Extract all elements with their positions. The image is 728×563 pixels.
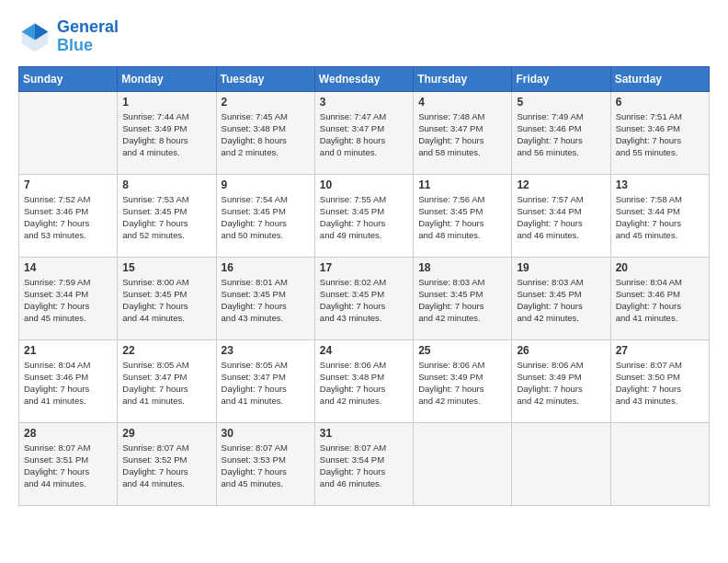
day-number: 8: [122, 178, 210, 191]
cell-info: Sunrise: 8:00 AMSunset: 3:45 PMDaylight:…: [122, 276, 210, 325]
cell-info: Sunrise: 7:55 AMSunset: 3:45 PMDaylight:…: [320, 193, 408, 242]
day-number: 18: [418, 261, 506, 274]
day-number: 4: [418, 96, 506, 109]
cell-info: Sunrise: 8:07 AMSunset: 3:54 PMDaylight:…: [320, 442, 408, 490]
cell-info: Sunrise: 7:59 AMSunset: 3:44 PMDaylight:…: [24, 276, 112, 325]
cell-info: Sunrise: 8:06 AMSunset: 3:49 PMDaylight:…: [517, 359, 605, 408]
calendar-cell: 2Sunrise: 7:45 AMSunset: 3:48 PMDaylight…: [216, 91, 314, 174]
day-number: 14: [24, 261, 112, 274]
day-number: 29: [122, 427, 210, 440]
day-number: 22: [122, 344, 210, 357]
calendar-cell: 22Sunrise: 8:05 AMSunset: 3:47 PMDayligh…: [118, 339, 216, 422]
cell-info: Sunrise: 8:01 AMSunset: 3:45 PMDaylight:…: [222, 276, 310, 325]
calendar-header-row: SundayMondayTuesdayWednesdayThursdayFrid…: [19, 66, 710, 91]
day-number: 31: [320, 427, 408, 440]
calendar-cell: 20Sunrise: 8:04 AMSunset: 3:46 PMDayligh…: [610, 257, 709, 339]
calendar-cell: 28Sunrise: 8:07 AMSunset: 3:51 PMDayligh…: [19, 422, 118, 505]
day-number: 17: [320, 261, 408, 274]
cell-info: Sunrise: 7:49 AMSunset: 3:46 PMDaylight:…: [517, 110, 605, 159]
calendar-week-3: 14Sunrise: 7:59 AMSunset: 3:44 PMDayligh…: [19, 257, 710, 339]
day-number: 20: [616, 261, 704, 274]
cell-info: Sunrise: 7:58 AMSunset: 3:44 PMDaylight:…: [616, 193, 704, 242]
day-number: 1: [122, 96, 210, 109]
calendar-cell: 3Sunrise: 7:47 AMSunset: 3:47 PMDaylight…: [314, 91, 413, 174]
cell-info: Sunrise: 8:02 AMSunset: 3:45 PMDaylight:…: [320, 276, 408, 325]
calendar-cell: 12Sunrise: 7:57 AMSunset: 3:44 PMDayligh…: [512, 174, 610, 257]
cell-info: Sunrise: 8:03 AMSunset: 3:45 PMDaylight:…: [517, 276, 605, 325]
cell-info: Sunrise: 8:07 AMSunset: 3:52 PMDaylight:…: [122, 442, 210, 490]
cell-info: Sunrise: 7:51 AMSunset: 3:46 PMDaylight:…: [616, 110, 704, 159]
logo: General Blue: [18, 18, 119, 55]
calendar-cell: 6Sunrise: 7:51 AMSunset: 3:46 PMDaylight…: [610, 91, 709, 174]
calendar-cell: 21Sunrise: 8:04 AMSunset: 3:46 PMDayligh…: [19, 339, 118, 422]
logo-text: General Blue: [57, 18, 119, 55]
day-number: 10: [320, 178, 408, 191]
calendar-cell: 10Sunrise: 7:55 AMSunset: 3:45 PMDayligh…: [314, 174, 413, 257]
page-header: General Blue: [18, 18, 710, 55]
day-number: 6: [616, 96, 704, 109]
calendar-cell: 7Sunrise: 7:52 AMSunset: 3:46 PMDaylight…: [19, 174, 118, 257]
cell-info: Sunrise: 7:52 AMSunset: 3:46 PMDaylight:…: [24, 193, 112, 242]
cell-info: Sunrise: 8:04 AMSunset: 3:46 PMDaylight:…: [616, 276, 704, 325]
calendar-cell: 24Sunrise: 8:06 AMSunset: 3:48 PMDayligh…: [314, 339, 413, 422]
cell-info: Sunrise: 7:47 AMSunset: 3:47 PMDaylight:…: [320, 110, 408, 159]
cell-info: Sunrise: 8:07 AMSunset: 3:51 PMDaylight:…: [24, 442, 112, 490]
cell-info: Sunrise: 8:07 AMSunset: 3:53 PMDaylight:…: [222, 442, 310, 490]
cell-info: Sunrise: 7:56 AMSunset: 3:45 PMDaylight:…: [418, 193, 506, 242]
day-header-tuesday: Tuesday: [216, 66, 314, 91]
day-header-friday: Friday: [512, 66, 610, 91]
calendar-cell: 25Sunrise: 8:06 AMSunset: 3:49 PMDayligh…: [414, 339, 512, 422]
cell-info: Sunrise: 8:06 AMSunset: 3:49 PMDaylight:…: [418, 359, 506, 408]
cell-info: Sunrise: 7:54 AMSunset: 3:45 PMDaylight:…: [222, 193, 310, 242]
calendar-cell: [19, 91, 118, 174]
cell-info: Sunrise: 7:44 AMSunset: 3:49 PMDaylight:…: [122, 110, 210, 159]
calendar-cell: 31Sunrise: 8:07 AMSunset: 3:54 PMDayligh…: [314, 422, 413, 505]
day-number: 11: [418, 178, 506, 191]
day-header-wednesday: Wednesday: [314, 66, 413, 91]
day-number: 3: [320, 96, 408, 109]
calendar-cell: 29Sunrise: 8:07 AMSunset: 3:52 PMDayligh…: [118, 422, 216, 505]
day-number: 15: [122, 261, 210, 274]
day-number: 21: [24, 344, 112, 357]
cell-info: Sunrise: 8:06 AMSunset: 3:48 PMDaylight:…: [320, 359, 408, 408]
day-number: 23: [222, 344, 310, 357]
day-number: 24: [320, 344, 408, 357]
logo-icon: [18, 20, 51, 53]
day-number: 12: [517, 178, 605, 191]
calendar-cell: 4Sunrise: 7:48 AMSunset: 3:47 PMDaylight…: [414, 91, 512, 174]
day-header-saturday: Saturday: [610, 66, 709, 91]
calendar-cell: 1Sunrise: 7:44 AMSunset: 3:49 PMDaylight…: [118, 91, 216, 174]
calendar-cell: 27Sunrise: 8:07 AMSunset: 3:50 PMDayligh…: [610, 339, 709, 422]
cell-info: Sunrise: 8:07 AMSunset: 3:50 PMDaylight:…: [616, 359, 704, 408]
day-number: 7: [24, 178, 112, 191]
calendar-cell: 23Sunrise: 8:05 AMSunset: 3:47 PMDayligh…: [216, 339, 314, 422]
calendar-cell: 9Sunrise: 7:54 AMSunset: 3:45 PMDaylight…: [216, 174, 314, 257]
calendar-cell: 5Sunrise: 7:49 AMSunset: 3:46 PMDaylight…: [512, 91, 610, 174]
calendar-cell: 8Sunrise: 7:53 AMSunset: 3:45 PMDaylight…: [118, 174, 216, 257]
day-number: 28: [24, 427, 112, 440]
calendar-week-2: 7Sunrise: 7:52 AMSunset: 3:46 PMDaylight…: [19, 174, 710, 257]
calendar-cell: [610, 422, 709, 505]
calendar-cell: 16Sunrise: 8:01 AMSunset: 3:45 PMDayligh…: [216, 257, 314, 339]
cell-info: Sunrise: 7:53 AMSunset: 3:45 PMDaylight:…: [122, 193, 210, 242]
calendar-week-1: 1Sunrise: 7:44 AMSunset: 3:49 PMDaylight…: [19, 91, 710, 174]
calendar-week-5: 28Sunrise: 8:07 AMSunset: 3:51 PMDayligh…: [19, 422, 710, 505]
day-number: 9: [222, 178, 310, 191]
calendar-cell: [512, 422, 610, 505]
day-header-sunday: Sunday: [19, 66, 118, 91]
cell-info: Sunrise: 8:05 AMSunset: 3:47 PMDaylight:…: [122, 359, 210, 408]
calendar-cell: [414, 422, 512, 505]
calendar-cell: 30Sunrise: 8:07 AMSunset: 3:53 PMDayligh…: [216, 422, 314, 505]
calendar-cell: 26Sunrise: 8:06 AMSunset: 3:49 PMDayligh…: [512, 339, 610, 422]
calendar-cell: 15Sunrise: 8:00 AMSunset: 3:45 PMDayligh…: [118, 257, 216, 339]
calendar-cell: 13Sunrise: 7:58 AMSunset: 3:44 PMDayligh…: [610, 174, 709, 257]
day-number: 2: [222, 96, 310, 109]
calendar-cell: 17Sunrise: 8:02 AMSunset: 3:45 PMDayligh…: [314, 257, 413, 339]
cell-info: Sunrise: 8:04 AMSunset: 3:46 PMDaylight:…: [24, 359, 112, 408]
day-number: 5: [517, 96, 605, 109]
calendar-cell: 14Sunrise: 7:59 AMSunset: 3:44 PMDayligh…: [19, 257, 118, 339]
calendar-cell: 19Sunrise: 8:03 AMSunset: 3:45 PMDayligh…: [512, 257, 610, 339]
day-number: 13: [616, 178, 704, 191]
day-number: 27: [616, 344, 704, 357]
day-number: 19: [517, 261, 605, 274]
